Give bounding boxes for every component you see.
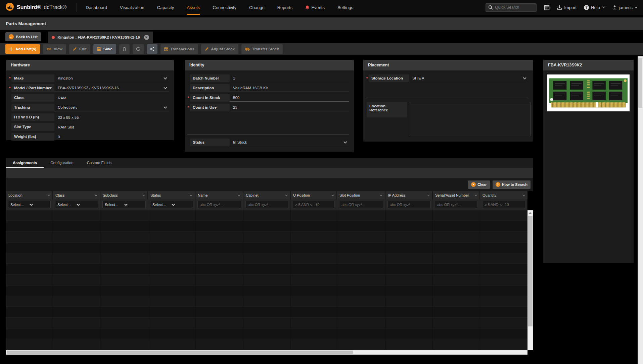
view-button[interactable]: View [43, 44, 66, 54]
column-header-subclass[interactable]: Subclass [100, 191, 147, 199]
table-row[interactable] [6, 264, 527, 275]
tab-assignments[interactable]: Assignments [6, 158, 44, 168]
table-row[interactable] [6, 275, 527, 285]
table-row[interactable] [6, 221, 527, 232]
nav-item-visualization[interactable]: Visualization [120, 0, 144, 15]
chevron-down-icon[interactable] [164, 87, 167, 89]
field-value-tracking[interactable]: Collectively [54, 104, 169, 111]
filter-select-subclass[interactable]: Select... [102, 201, 146, 208]
brand[interactable]: Sunbird® dcTrack® [5, 0, 66, 15]
filter-input-serial-asset-number[interactable] [435, 201, 478, 208]
chevron-down-icon[interactable] [285, 195, 288, 196]
edit-button[interactable]: Edit [69, 44, 90, 54]
back-to-list-button[interactable]: ← Back to List [5, 32, 41, 41]
filter-input-u-position[interactable] [293, 201, 335, 208]
column-header-status[interactable]: Status [148, 191, 195, 199]
help-menu[interactable]: ? Help [584, 5, 605, 10]
column-header-quantity[interactable]: Quantity [480, 191, 527, 199]
scroll-up-arrow-icon[interactable] [527, 210, 533, 215]
table-row[interactable] [6, 210, 527, 221]
quick-search-input[interactable] [495, 5, 532, 10]
chevron-down-icon[interactable] [380, 195, 382, 196]
filter-input-quantity[interactable] [482, 201, 525, 208]
field-value-status[interactable]: In Stock [230, 139, 349, 146]
field-value-storage-location[interactable]: SITE A [409, 74, 529, 82]
table-row[interactable] [6, 328, 527, 339]
chevron-down-icon[interactable] [47, 195, 50, 196]
nav-item-reports[interactable]: Reports [277, 0, 293, 15]
table-row[interactable] [6, 253, 527, 264]
filter-input-slot-position[interactable] [339, 201, 383, 208]
table-row[interactable] [6, 285, 527, 296]
transactions-button[interactable]: Transactions [160, 44, 198, 54]
table-row[interactable] [6, 232, 527, 243]
share-button[interactable] [147, 44, 157, 54]
chevron-down-icon[interactable] [95, 195, 97, 196]
field-value-make[interactable]: Kingston [54, 74, 169, 82]
column-header-cabinet[interactable]: Cabinet [243, 191, 290, 199]
column-header-serial-asset-number[interactable]: Serial/Asset Number [433, 191, 479, 199]
column-header-slot-position[interactable]: Slot Position [337, 191, 385, 199]
chevron-down-icon[interactable] [142, 195, 145, 196]
page-scroll-thumb[interactable] [638, 58, 642, 108]
chevron-down-icon[interactable] [164, 77, 167, 80]
location-reference-textarea[interactable] [409, 102, 531, 136]
tab-configuration[interactable]: Configuration [44, 158, 80, 168]
table-row[interactable] [6, 339, 527, 350]
filter-select-class[interactable]: Select... [55, 201, 98, 208]
filter-select-location[interactable]: Select... [8, 201, 51, 208]
field-value-count-in-use[interactable]: 23 [230, 104, 349, 111]
column-header-location[interactable]: Location [6, 191, 52, 199]
nav-item-settings[interactable]: Settings [337, 0, 353, 15]
save-button[interactable]: Save [93, 44, 116, 54]
field-value-description[interactable]: ValueRAM 16GB Kit [230, 84, 349, 92]
chevron-down-icon[interactable] [238, 195, 240, 196]
field-value-model-part-number[interactable]: FBA-KVR13S9K2 / KVR13S9K2-16 [54, 84, 169, 92]
nav-item-change[interactable]: Change [249, 0, 265, 15]
field-value-batch-number[interactable]: 1 [230, 74, 349, 82]
chevron-down-icon[interactable] [427, 195, 430, 196]
chevron-down-icon[interactable] [522, 195, 525, 196]
nav-item-dashboard[interactable]: Dashboard [86, 0, 107, 15]
table-row[interactable] [6, 296, 527, 307]
column-header-class[interactable]: Class [53, 191, 100, 199]
tab-custom-fields[interactable]: Custom Fields [80, 158, 119, 168]
user-menu[interactable]: jamesc [612, 5, 638, 10]
table-row[interactable] [6, 307, 527, 318]
column-header-u-position[interactable]: U Position [291, 191, 336, 199]
table-row[interactable] [6, 243, 527, 253]
delete-button[interactable] [119, 44, 130, 54]
refresh-button[interactable] [133, 44, 144, 54]
adjust-stock-button[interactable]: Adjust Stock [201, 44, 238, 54]
filter-input-ip-address[interactable] [387, 201, 430, 208]
column-header-name[interactable]: Name [195, 191, 243, 199]
clear-button[interactable]: ✕ Clear [468, 180, 490, 189]
table-row[interactable] [6, 318, 527, 328]
nav-item-assets[interactable]: Assets [187, 0, 200, 15]
nav-item-events[interactable]: Events [305, 0, 325, 15]
how-to-search-button[interactable]: ? How to Search [493, 180, 531, 189]
nav-item-connectivity[interactable]: Connectivity [213, 0, 236, 15]
chevron-down-icon[interactable] [343, 141, 347, 144]
chevron-down-icon[interactable] [164, 106, 167, 109]
chevron-down-icon[interactable] [474, 195, 477, 196]
column-header-ip-address[interactable]: IP Address [385, 191, 432, 199]
nav-item-capacity[interactable]: Capacity [157, 0, 174, 15]
chevron-down-icon[interactable] [190, 195, 192, 196]
tab-close-icon[interactable]: ✕ [144, 35, 149, 40]
grid-hscroll-thumb[interactable] [7, 351, 353, 354]
grid-horizontal-scrollbar[interactable] [6, 350, 527, 355]
field-value-count-in-stock[interactable]: 500 [230, 94, 349, 102]
filter-select-status[interactable]: Select... [150, 201, 193, 208]
import-button[interactable]: Import [557, 5, 577, 10]
page-scrollbar[interactable] [638, 56, 643, 364]
filter-input-cabinet[interactable] [245, 201, 288, 208]
transfer-stock-button[interactable]: Transfer Stock [241, 44, 283, 54]
add-part-s-button[interactable]: Add Part(s) [5, 44, 40, 54]
grid-vertical-scrollbar[interactable] [527, 210, 533, 350]
chevron-down-icon[interactable] [523, 77, 526, 80]
grid-vscroll-thumb[interactable] [528, 216, 533, 326]
part-tab[interactable]: Kingston : FBA-KVR13S9K2 / KVR13S9K2-16 … [48, 32, 153, 43]
chevron-down-icon[interactable] [331, 195, 334, 196]
filter-input-name[interactable] [197, 201, 241, 208]
